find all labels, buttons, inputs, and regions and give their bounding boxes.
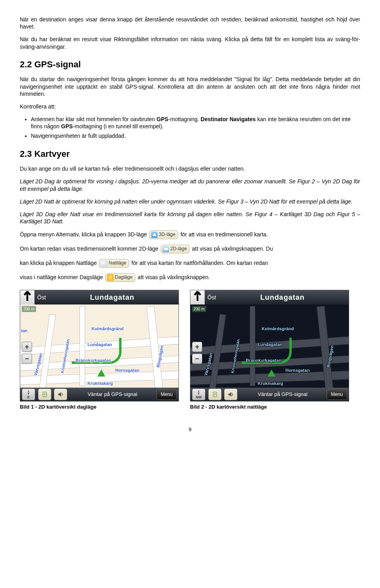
night-mode-button[interactable]: Nattläge <box>99 259 129 268</box>
scale-badge: 200 m <box>192 306 206 312</box>
paragraph: Kontrollera att: <box>20 103 360 110</box>
street-label: Kolmårdsgränd <box>91 326 124 331</box>
zoom-in-button[interactable]: + <box>22 342 32 352</box>
zoom-out-button[interactable]: − <box>22 354 32 364</box>
street-label: Krukmakarg <box>258 381 283 386</box>
street-label: Lundagatan <box>87 342 112 347</box>
compass-icon[interactable]: E <box>22 388 35 400</box>
svg-marker-1 <box>28 392 29 395</box>
paragraph: Öppna menyn Alternativ, klicka på knappe… <box>20 230 360 239</box>
street-label: Lundagatan <box>258 342 282 347</box>
sound-button[interactable] <box>224 388 238 400</box>
map-day[interactable]: Öst Lundagatan 200 m Kolmårdsgränd Lunda… <box>20 290 179 402</box>
section-2-3-title: 2.3 Kartvyer <box>20 148 360 160</box>
zoom-in-button[interactable]: + <box>192 342 202 352</box>
gps-status: Väntar på GPS-signal <box>68 391 156 398</box>
gps-status: Väntar på GPS-signal <box>239 391 327 398</box>
paragraph: Läget 2D Natt är optimerat för körning p… <box>20 198 360 205</box>
paragraph: Du kan ange om du vill se kartan två- el… <box>20 165 360 172</box>
map-night[interactable]: Öst Lundagatan 200 m Kolmårdsgränd Lunda… <box>190 290 349 402</box>
list-item: Antennen har klar sikt mot himmelen för … <box>31 116 360 130</box>
figure-caption: Bild 1 - 2D kartöversikt dagläge <box>20 404 178 411</box>
map-figures-row: Öst Lundagatan 200 m Kolmårdsgränd Lunda… <box>20 290 360 411</box>
position-cursor-icon <box>97 369 105 377</box>
current-street: Lundagatan <box>46 293 179 302</box>
direction-arrow-icon[interactable] <box>20 290 35 304</box>
paragraph: Läget 3D Dag eller Natt visar en tredime… <box>20 211 360 225</box>
check-list: Antennen har klar sikt mot himmelen för … <box>20 116 360 140</box>
street-label: tan <box>21 328 28 333</box>
street-label: Brännkyrkagatan <box>76 358 111 363</box>
page-number: 9 <box>20 426 360 433</box>
list-item: Navigeringsenheten är fullt uppladdad. <box>31 132 360 139</box>
direction-label: Öst <box>207 294 216 301</box>
sound-button[interactable] <box>54 388 67 400</box>
scale-badge: 200 m <box>22 306 36 312</box>
street-label: Brännkyrkagatan <box>246 358 281 363</box>
direction-arrow-icon[interactable] <box>190 290 205 304</box>
menu-button[interactable]: Menu <box>327 389 347 400</box>
paragraph: När en destination anges visar denna kna… <box>20 16 360 30</box>
map-day-block: Öst Lundagatan 200 m Kolmårdsgränd Lunda… <box>20 290 178 411</box>
2d-icon <box>163 246 169 252</box>
3d-icon <box>151 232 158 238</box>
3d-mode-button[interactable]: 3D-läge <box>149 230 178 239</box>
map-bottombar: E Väntar på GPS-signal Menu <box>20 388 179 401</box>
map-topbar: Öst Lundagatan <box>190 290 349 304</box>
direction-label: Öst <box>37 294 46 301</box>
street-label: Kolmårdsgränd <box>262 326 294 331</box>
figure-caption: Bild 2 - 2D kartöversikt nattläge <box>190 404 348 411</box>
street-label: Hornsgatan <box>115 367 139 373</box>
day-mode-button[interactable]: Dagläge <box>105 273 135 282</box>
compass-icon[interactable]: NW <box>192 388 205 400</box>
menu-button[interactable]: Menu <box>156 389 177 400</box>
2d-mode-button[interactable]: 2D-läge <box>161 245 190 253</box>
section-2-2-title: 2.2 GPS-signal <box>20 59 360 70</box>
map-topbar: Öst Lundagatan <box>20 290 179 304</box>
current-street: Lundagatan <box>216 293 349 302</box>
paragraph: visas i nattläge kommer Dagsläge Dagläge… <box>20 273 360 282</box>
map-bottombar: NW Väntar på GPS-signal Menu <box>190 388 349 401</box>
sun-icon <box>107 274 114 281</box>
info-button[interactable] <box>208 388 222 400</box>
svg-marker-6 <box>198 392 200 395</box>
zoom-out-button[interactable]: − <box>192 354 202 364</box>
paragraph: kan klicka på knappen Nattläge Nattläge … <box>20 259 360 268</box>
paragraph: När du har beräknat en resrutt visar Rik… <box>20 36 360 50</box>
map-night-block: Öst Lundagatan 200 m Kolmårdsgränd Lunda… <box>190 290 348 411</box>
street-label: Hornsgatan <box>285 367 310 373</box>
position-cursor-icon <box>268 369 276 377</box>
paragraph: Läget 2D Dag är optimerat för visning i … <box>20 178 360 192</box>
paragraph: När du startar din navigeringsenhet förs… <box>20 76 360 97</box>
street-label: Kristinehovsgatan <box>60 339 71 374</box>
street-label: Kristinehovsgatan <box>230 339 241 374</box>
paragraph: Om kartan redan visas tredimensionellt k… <box>20 245 360 253</box>
moon-icon <box>101 260 107 266</box>
street-label: Krukmakarg <box>87 381 113 386</box>
svg-marker-5 <box>198 390 200 392</box>
info-button[interactable] <box>38 388 51 400</box>
svg-marker-0 <box>28 390 29 392</box>
